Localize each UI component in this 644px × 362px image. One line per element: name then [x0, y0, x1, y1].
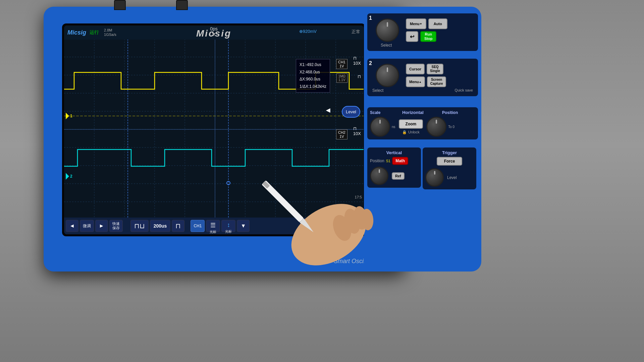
- back-button[interactable]: ↩: [406, 31, 418, 42]
- screen-bezel: Micsig Micsig 运行 2.8M 1GSa/s 0ps ▼ ⊕920m…: [62, 23, 366, 236]
- cursor-measurement-box: X1:-492.0us X2:468.0us ΔX:960.0us 1/ΔX:1…: [296, 59, 330, 93]
- cursor-x1: X1:-492.0us: [300, 61, 326, 69]
- knob-1[interactable]: [376, 18, 399, 42]
- zoom-area: Zoom 🔒 Unlock: [399, 119, 423, 134]
- horizontal-title: Horizontal: [402, 110, 424, 115]
- ch1-coupling-symbol: ⊓: [358, 74, 361, 79]
- screen: Micsig Micsig 运行 2.8M 1GSa/s 0ps ▼ ⊕920m…: [64, 25, 364, 234]
- connectors-top: [114, 0, 188, 10]
- menu-lines-button[interactable]: ☰ 光标: [206, 220, 220, 232]
- ref-button[interactable]: Ref: [392, 172, 405, 180]
- ch1-impedance: 1MΩ 1.1V: [336, 73, 347, 83]
- section-1-buttons: Menu▼ Auto ↩ Run Stop: [406, 18, 447, 42]
- svg-marker-23: [66, 113, 69, 119]
- section-2-btn-row2: Menu▲ Screen Capture: [406, 76, 446, 87]
- s1-label: S1: [386, 159, 390, 163]
- small-indicator: [358, 229, 362, 233]
- scale-label: Scale: [370, 110, 380, 115]
- oscilloscope-body: Micsig Micsig 运行 2.8M 1GSa/s 0ps ▼ ⊕920m…: [44, 7, 406, 272]
- section-2-row: Cursor SEQ Single Menu▲ Screen Capture: [371, 64, 475, 87]
- section-2: 2 Cursor SEQ Single Menu▲ Screen Capture…: [367, 59, 478, 96]
- vertical-title: Vertical: [370, 150, 418, 155]
- ch-select-arrow: ◄: [324, 106, 332, 115]
- sample-rate: 1GSa/s: [104, 33, 116, 37]
- vertical-section: Vertical Position S1 Math Ref: [367, 147, 421, 188]
- ch2-label-box[interactable]: CH2 1V: [336, 129, 347, 139]
- menu-button-1[interactable]: Menu▼: [406, 18, 426, 29]
- ch1-impedance-val: 1MΩ: [338, 74, 345, 78]
- vertical-knob[interactable]: [370, 167, 388, 185]
- run-stop-button[interactable]: Run Stop: [420, 31, 436, 42]
- force-button[interactable]: Force: [437, 157, 463, 166]
- screen-capture-button[interactable]: Screen Capture: [427, 76, 446, 87]
- section-2-footer: Select Quick save: [371, 88, 475, 93]
- ch1-probe: 10X: [353, 61, 361, 66]
- section-1-btn-row2: ↩ Run Stop: [406, 31, 447, 42]
- ch1-coupling: 1.1V: [338, 78, 345, 82]
- more-button[interactable]: ▼: [237, 220, 250, 232]
- sample-info: 2.8M 1GSa/s: [104, 28, 116, 37]
- timebase-button[interactable]: 200us: [150, 220, 171, 232]
- ch1-volts: 1V: [338, 64, 345, 68]
- zoom-button[interactable]: Zoom: [399, 119, 423, 129]
- section-1-number: 1: [369, 15, 372, 21]
- seq-single-button[interactable]: SEQ Single: [427, 64, 443, 74]
- svg-text:1: 1: [70, 114, 72, 118]
- position-label-h: Position: [442, 110, 458, 115]
- connector-1: [114, 0, 126, 10]
- force-row: Force: [425, 157, 474, 166]
- ch1-probe-label: ⊓ 10X: [353, 56, 361, 66]
- cursor2-button[interactable]: ↕ 光标: [221, 220, 235, 232]
- trigger-knob[interactable]: [425, 168, 444, 187]
- horizontal-header: Scale Horizontal Position: [370, 110, 475, 115]
- cursor-dx: ΔX:960.0us: [300, 76, 326, 83]
- trigger-level-row: Level: [425, 168, 474, 187]
- cursor-button[interactable]: Cursor: [406, 64, 425, 74]
- play-button[interactable]: ►: [95, 220, 108, 232]
- position-label-v: Position: [370, 159, 384, 163]
- connector-2: [176, 0, 188, 10]
- section-2-btn-row1: Cursor SEQ Single: [406, 64, 446, 74]
- ch1-signal-button[interactable]: ⊓⊔: [130, 220, 149, 232]
- to0-label: To 0: [448, 125, 454, 129]
- fine-adjust-button[interactable]: 微调: [80, 220, 94, 232]
- ch1-badge-button[interactable]: CH1: [191, 220, 205, 232]
- waveform-area[interactable]: 1 2 X1:-492.0us X2:468.0us ΔX:960.0us 1/…: [64, 39, 364, 218]
- quick-save-button[interactable]: 快速 保存: [109, 220, 123, 232]
- auto-button[interactable]: Auto: [428, 18, 447, 29]
- prev-button[interactable]: ◄: [66, 220, 78, 232]
- trigger-section: Trigger Force Level: [423, 147, 476, 189]
- level-label: Level: [447, 175, 457, 180]
- knob-2[interactable]: [376, 64, 399, 87]
- menu-button-2[interactable]: Menu▲: [406, 76, 425, 87]
- unlock-row: 🔒 Unlock: [402, 130, 420, 134]
- lock-icon: 🔒: [402, 130, 407, 134]
- timestamp: 17:5: [355, 195, 362, 199]
- vertical-knob-row: Ref: [370, 167, 418, 185]
- right-control-panel: 1 Menu▼ Auto ↩ Run Stop Select: [364, 7, 481, 272]
- select-label-1: Select: [381, 43, 475, 48]
- ch1-label-box[interactable]: CH1 1V: [336, 59, 347, 69]
- quick-save-label: Quick save: [455, 88, 473, 93]
- ch2-label: CH2: [338, 130, 345, 134]
- select-label-2: Select: [372, 88, 383, 93]
- section-1-row: Menu▼ Auto ↩ Run Stop: [371, 18, 475, 42]
- level-button[interactable]: Level: [342, 106, 360, 118]
- ch2-signal-button[interactable]: ⊓: [172, 220, 184, 232]
- scale-knob[interactable]: [370, 117, 390, 137]
- status-running: 运行: [90, 29, 99, 36]
- svg-text:2: 2: [70, 174, 72, 179]
- sample-points: 2.8M: [104, 28, 116, 33]
- ch2-volts: 1V: [338, 134, 345, 138]
- vertical-row: Position S1 Math: [370, 157, 418, 165]
- section-1-btn-row1: Menu▼ Auto: [406, 18, 447, 29]
- unlock-label: Unlock: [408, 130, 420, 134]
- section-2-number: 2: [369, 60, 372, 66]
- section-1: 1 Menu▼ Auto ↩ Run Stop Select: [367, 13, 478, 51]
- math-button[interactable]: Math: [392, 157, 408, 165]
- bottom-toolbar: ◄ 微调 ► 快速 保存 ⊓⊔ 200us ⊓ CH1: [64, 218, 364, 234]
- cursor-freq: 1/ΔX:1.042kHz: [300, 83, 326, 90]
- position-knob-h[interactable]: [426, 117, 446, 137]
- trigger-voltage: ⊕920mV: [299, 29, 317, 34]
- section-2-buttons: Cursor SEQ Single Menu▲ Screen Capture: [406, 64, 446, 87]
